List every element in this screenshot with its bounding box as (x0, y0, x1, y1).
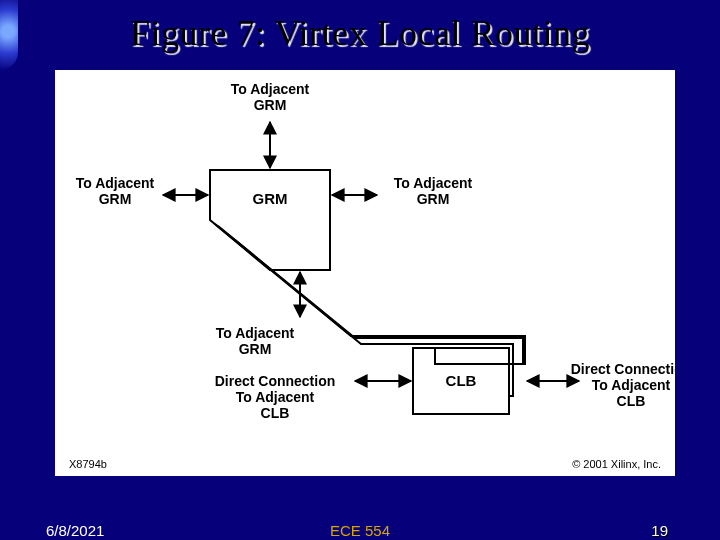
footer-course: ECE 554 (0, 522, 720, 539)
label-adj-grm-top: To AdjacentGRM (231, 81, 310, 113)
slide-title: Figure 7: Virtex Local Routing (0, 12, 720, 54)
label-adj-grm-left: To AdjacentGRM (76, 175, 155, 207)
label-direct-right: Direct ConnectionTo AdjacentCLB (571, 361, 675, 409)
footer-page: 19 (651, 522, 668, 539)
clb-box-label: CLB (446, 372, 477, 389)
copyright: © 2001 Xilinx, Inc. (572, 458, 661, 470)
grm-box-label: GRM (253, 190, 288, 207)
label-adj-grm-right: To AdjacentGRM (394, 175, 473, 207)
slide: Figure 7: Virtex Local Routing GRM CLB (0, 0, 720, 540)
routing-diagram: GRM CLB (55, 70, 675, 476)
label-adj-grm-bottom: To AdjacentGRM (216, 325, 295, 357)
figure-id: X8794b (69, 458, 107, 470)
grm-box (210, 170, 330, 270)
